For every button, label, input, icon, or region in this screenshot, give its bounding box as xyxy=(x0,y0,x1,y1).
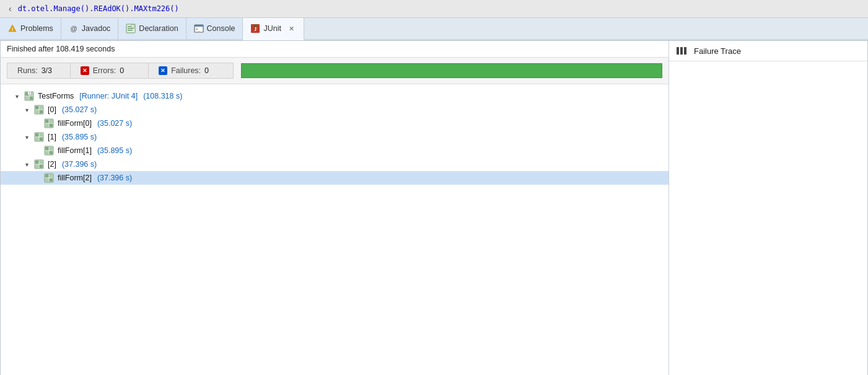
svg-rect-40 xyxy=(50,151,53,155)
svg-rect-52 xyxy=(680,47,683,55)
svg-rect-27 xyxy=(45,120,49,123)
top-bar: ‹ dt.otel.Manage().REAdOK().MAXtm226() xyxy=(0,0,868,18)
tab-javadoc[interactable]: @ Javadoc xyxy=(61,18,119,39)
problems-icon: ! xyxy=(7,24,17,33)
node-0-icon xyxy=(33,105,45,115)
node-0-label: [0] xyxy=(48,105,56,114)
svg-rect-50 xyxy=(50,179,53,182)
svg-rect-48 xyxy=(50,174,53,178)
svg-rect-39 xyxy=(45,151,49,155)
tab-javadoc-label: Javadoc xyxy=(82,24,111,33)
svg-rect-42 xyxy=(35,161,39,164)
node-1-time: (35.895 s) xyxy=(62,133,97,141)
code-breadcrumb: dt.otel.Manage().REAdOK().MAXtm226() xyxy=(18,4,179,13)
runs-bar: Runs: 3/3 ✕ Errors: 0 ✕ Failures: 0 xyxy=(1,58,669,84)
tree-area[interactable]: ▾ ! TestForms [Runner: JUnit 4] (108.318… xyxy=(1,84,669,375)
errors-segment: ✕ Errors: 0 xyxy=(70,63,149,79)
svg-rect-43 xyxy=(40,161,43,164)
chevron-0: ▾ xyxy=(23,107,30,113)
failures-value: 0 xyxy=(204,66,223,75)
chevron-testforms: ▾ xyxy=(13,93,20,100)
tab-junit-label: JUnit xyxy=(263,24,281,33)
svg-rect-37 xyxy=(45,147,49,151)
errors-value: 0 xyxy=(120,66,138,75)
node-1-icon xyxy=(33,132,45,142)
svg-rect-29 xyxy=(45,124,49,128)
fillform-0-label: fillForm[0] xyxy=(58,119,92,128)
errors-icon: ✕ xyxy=(81,66,89,75)
status-text: Finished after 108.419 seconds xyxy=(7,45,115,53)
svg-rect-33 xyxy=(40,133,43,137)
chevron-1: ▾ xyxy=(23,134,30,141)
fillform-1-label: fillForm[1] xyxy=(58,146,92,155)
tree-item-1[interactable]: ▾ [1] (35.895 s) xyxy=(1,130,669,144)
svg-rect-12 xyxy=(255,24,255,27)
svg-rect-35 xyxy=(40,138,43,141)
tree-item-fillform-1[interactable]: ▾ fillForm[1] (35.895 s) xyxy=(1,144,669,157)
runs-label: Runs: xyxy=(17,66,38,75)
svg-rect-32 xyxy=(35,133,39,137)
chevron-2: ▾ xyxy=(23,161,30,168)
tabs-bar: ! Problems @ Javadoc Declaration >_ xyxy=(0,18,868,40)
svg-rect-24 xyxy=(35,110,39,114)
svg-rect-51 xyxy=(677,47,679,55)
status-bar: Finished after 108.419 seconds xyxy=(1,41,669,58)
runs-value: 3/3 xyxy=(42,66,60,75)
tree-item-fillform-0[interactable]: ▾ fillForm[0] (35.027 s) xyxy=(1,117,669,130)
fillform-2-icon xyxy=(43,173,55,183)
tree-item-0[interactable]: ▾ [0] (35.027 s) xyxy=(1,103,669,117)
tab-junit[interactable]: J JUnit ✕ xyxy=(243,18,304,40)
node-2-time: (37.396 s) xyxy=(62,160,97,169)
testforms-time: (108.318 s) xyxy=(143,92,182,100)
svg-text:!: ! xyxy=(12,27,14,32)
tab-junit-close[interactable]: ✕ xyxy=(287,24,296,33)
failure-trace-icon xyxy=(677,46,689,56)
svg-rect-44 xyxy=(35,165,39,169)
panel-container: Finished after 108.419 seconds Runs: 3/3… xyxy=(0,40,868,375)
svg-rect-18 xyxy=(30,97,33,100)
runs-segment: Runs: 3/3 xyxy=(7,63,70,79)
failures-segment: ✕ Failures: 0 xyxy=(148,63,234,79)
testforms-label: TestForms xyxy=(38,92,74,100)
tree-item-testforms[interactable]: ▾ ! TestForms [Runner: JUnit 4] (108.318… xyxy=(1,89,669,103)
tab-problems[interactable]: ! Problems xyxy=(0,18,61,39)
tab-console-label: Console xyxy=(207,24,235,33)
failure-trace-content xyxy=(669,61,867,375)
svg-rect-23 xyxy=(40,106,43,110)
tree-item-fillform-2[interactable]: ▾ fillForm[2] (37.396 s) xyxy=(1,171,669,185)
tab-declaration[interactable]: Declaration xyxy=(118,18,186,39)
fillform-0-icon xyxy=(43,118,55,128)
svg-rect-17 xyxy=(25,97,29,100)
progress-bar xyxy=(241,63,662,78)
failures-label: Failures: xyxy=(171,66,201,75)
svg-rect-30 xyxy=(50,124,53,128)
errors-label: Errors: xyxy=(93,66,116,75)
node-2-label: [2] xyxy=(48,160,56,169)
svg-rect-38 xyxy=(50,147,53,151)
svg-rect-5 xyxy=(128,30,133,31)
svg-rect-4 xyxy=(128,28,134,29)
svg-rect-49 xyxy=(45,179,49,182)
failure-trace-label: Failure Trace xyxy=(694,46,741,56)
back-arrow[interactable]: ‹ xyxy=(5,2,15,15)
fillform-1-time: (35.895 s) xyxy=(97,146,132,155)
svg-rect-3 xyxy=(128,26,131,27)
testforms-class-icon: ! xyxy=(24,91,35,101)
tree-item-2[interactable]: ▾ [2] (37.396 s) xyxy=(1,157,669,171)
svg-rect-45 xyxy=(40,165,43,169)
node-0-time: (35.027 s) xyxy=(62,105,97,114)
fillform-0-time: (35.027 s) xyxy=(97,119,132,128)
svg-text:>_: >_ xyxy=(196,27,201,32)
node-2-icon xyxy=(33,159,45,169)
javadoc-icon: @ xyxy=(69,24,79,33)
main-panel: Finished after 108.419 seconds Runs: 3/3… xyxy=(1,41,669,375)
junit-icon: J xyxy=(250,24,260,33)
svg-rect-34 xyxy=(35,138,39,141)
svg-rect-53 xyxy=(684,47,686,55)
failures-icon: ✕ xyxy=(159,66,167,75)
side-panel: Failure Trace xyxy=(669,41,867,375)
svg-rect-25 xyxy=(40,110,43,114)
testforms-runner: [Runner: JUnit 4] xyxy=(79,92,138,100)
tab-console[interactable]: >_ Console xyxy=(186,18,243,39)
fillform-2-time: (37.396 s) xyxy=(97,174,132,182)
